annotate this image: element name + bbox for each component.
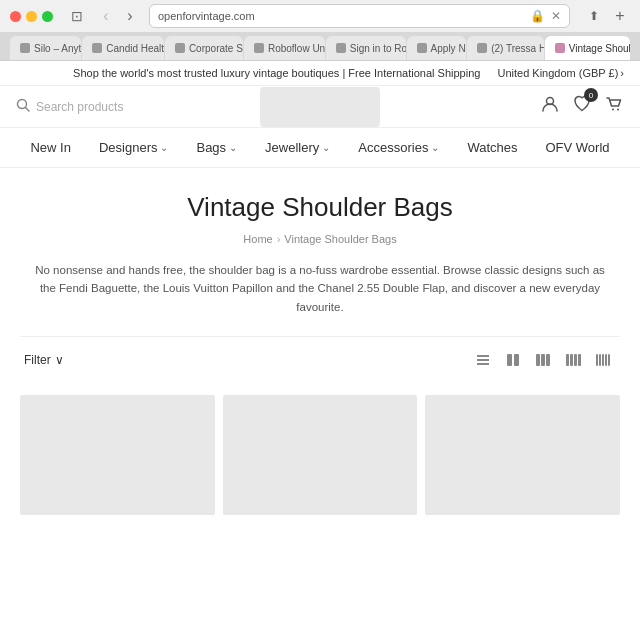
- header-icons: 0: [540, 94, 624, 119]
- tab-tressa[interactable]: (2) Tressa Hob...: [467, 36, 544, 60]
- svg-rect-9: [514, 354, 519, 366]
- tab-label: (2) Tressa Hob...: [491, 43, 544, 54]
- website: Shop the world's most trusted luxury vin…: [0, 61, 640, 515]
- svg-rect-6: [477, 359, 489, 361]
- url-bar-icons: 🔒 ✕: [530, 9, 561, 23]
- breadcrumb-separator: ›: [277, 233, 281, 245]
- nav-label-new-in: New In: [30, 140, 70, 155]
- browser-titlebar: ⊡ ‹ › openforvintage.com 🔒 ✕ ⬆ +: [0, 0, 640, 32]
- svg-line-1: [26, 108, 30, 112]
- page-content: Vintage Shoulder Bags Home › Vintage Sho…: [0, 168, 640, 515]
- chevron-down-icon: ⌄: [322, 142, 330, 153]
- nav-item-bags[interactable]: Bags ⌄: [196, 140, 237, 155]
- account-icon[interactable]: [540, 94, 560, 119]
- nav-item-ofv-world[interactable]: OFV World: [545, 140, 609, 155]
- search-icon: [16, 98, 30, 115]
- svg-rect-21: [608, 354, 610, 366]
- svg-point-3: [612, 109, 614, 111]
- nav-item-watches[interactable]: Watches: [467, 140, 517, 155]
- sidebar-toggle-button[interactable]: ⊡: [67, 6, 87, 26]
- tab-label: Apply Now: [431, 43, 467, 54]
- svg-rect-18: [599, 354, 601, 366]
- tab-label: Candid Health O...: [106, 43, 164, 54]
- svg-point-4: [617, 109, 619, 111]
- breadcrumb: Home › Vintage Shoulder Bags: [20, 233, 620, 245]
- filter-label: Filter: [24, 353, 51, 367]
- tab-silo[interactable]: Silo – Anything: [10, 36, 81, 60]
- tab-label: Corporate Strat...: [189, 43, 243, 54]
- svg-rect-12: [546, 354, 550, 366]
- svg-rect-13: [566, 354, 569, 366]
- svg-rect-8: [507, 354, 512, 366]
- tab-favicon: [555, 43, 565, 53]
- tab-label: Silo – Anything: [34, 43, 81, 54]
- nav-label-bags: Bags: [196, 140, 226, 155]
- 4col-view-button[interactable]: [560, 347, 586, 373]
- new-tab-button[interactable]: +: [610, 6, 630, 26]
- list-view-button[interactable]: [470, 347, 496, 373]
- tab-roboflow[interactable]: Roboflow Univer...: [244, 36, 325, 60]
- chevron-down-icon: ⌄: [229, 142, 237, 153]
- tab-favicon: [20, 43, 30, 53]
- nav-item-jewellery[interactable]: Jewellery ⌄: [265, 140, 330, 155]
- wishlist-badge: 0: [584, 88, 598, 102]
- filter-button[interactable]: Filter ∨: [24, 353, 64, 367]
- nav-label-watches: Watches: [467, 140, 517, 155]
- site-navigation: New In Designers ⌄ Bags ⌄ Jewellery ⌄ Ac…: [0, 128, 640, 168]
- nav-item-designers[interactable]: Designers ⌄: [99, 140, 169, 155]
- page-description: No nonsense and hands free, the shoulder…: [30, 261, 610, 316]
- svg-rect-15: [574, 354, 577, 366]
- traffic-lights: [10, 11, 53, 22]
- browser-action-buttons: ⬆ +: [584, 6, 630, 26]
- product-card[interactable]: [20, 395, 215, 515]
- url-bar[interactable]: openforvintage.com 🔒 ✕: [149, 4, 570, 28]
- nav-label-jewellery: Jewellery: [265, 140, 319, 155]
- shield-icon: 🔒: [530, 9, 545, 23]
- announcement-text: Shop the world's most trusted luxury vin…: [56, 67, 497, 79]
- maximize-button[interactable]: [42, 11, 53, 22]
- tab-apply[interactable]: Apply Now: [407, 36, 467, 60]
- svg-rect-20: [605, 354, 607, 366]
- chevron-down-icon: ⌄: [160, 142, 168, 153]
- 2col-view-button[interactable]: [500, 347, 526, 373]
- nav-buttons: ‹ ›: [95, 5, 141, 27]
- share-button[interactable]: ⬆: [584, 6, 604, 26]
- nav-item-accessories[interactable]: Accessories ⌄: [358, 140, 439, 155]
- window-controls: ⊡: [67, 6, 87, 26]
- tab-label: Vintage Should...: [569, 43, 630, 54]
- browser-tabs: Silo – Anything Candid Health O... Corpo…: [0, 32, 640, 60]
- site-logo[interactable]: [260, 87, 380, 127]
- tab-favicon: [417, 43, 427, 53]
- close-tab-icon[interactable]: ✕: [551, 9, 561, 23]
- svg-rect-16: [578, 354, 581, 366]
- forward-button[interactable]: ›: [119, 5, 141, 27]
- region-label: United Kingdom (GBP £): [497, 67, 618, 79]
- tab-favicon: [175, 43, 185, 53]
- tab-candid[interactable]: Candid Health O...: [82, 36, 164, 60]
- filter-bar: Filter ∨: [20, 336, 620, 383]
- product-card[interactable]: [425, 395, 620, 515]
- svg-rect-10: [536, 354, 540, 366]
- close-button[interactable]: [10, 11, 21, 22]
- minimize-button[interactable]: [26, 11, 37, 22]
- back-button[interactable]: ‹: [95, 5, 117, 27]
- chevron-right-icon: ›: [620, 67, 624, 79]
- tab-corporate[interactable]: Corporate Strat...: [165, 36, 243, 60]
- product-card[interactable]: [223, 395, 418, 515]
- 5col-view-button[interactable]: [590, 347, 616, 373]
- cart-icon[interactable]: [604, 94, 624, 119]
- tab-vintage[interactable]: Vintage Should... ✕: [545, 36, 630, 60]
- nav-label-designers: Designers: [99, 140, 158, 155]
- svg-rect-14: [570, 354, 573, 366]
- announcement-bar: Shop the world's most trusted luxury vin…: [0, 61, 640, 86]
- wishlist-icon[interactable]: 0: [572, 94, 592, 119]
- tab-label: Sign in to Robof...: [350, 43, 406, 54]
- svg-rect-11: [541, 354, 545, 366]
- tab-label: Roboflow Univer...: [268, 43, 325, 54]
- nav-item-new-in[interactable]: New In: [30, 140, 70, 155]
- breadcrumb-home[interactable]: Home: [243, 233, 272, 245]
- announcement-region[interactable]: United Kingdom (GBP £) ›: [497, 67, 624, 79]
- filter-chevron-icon: ∨: [55, 353, 64, 367]
- 3col-view-button[interactable]: [530, 347, 556, 373]
- tab-sign-in[interactable]: Sign in to Robof...: [326, 36, 406, 60]
